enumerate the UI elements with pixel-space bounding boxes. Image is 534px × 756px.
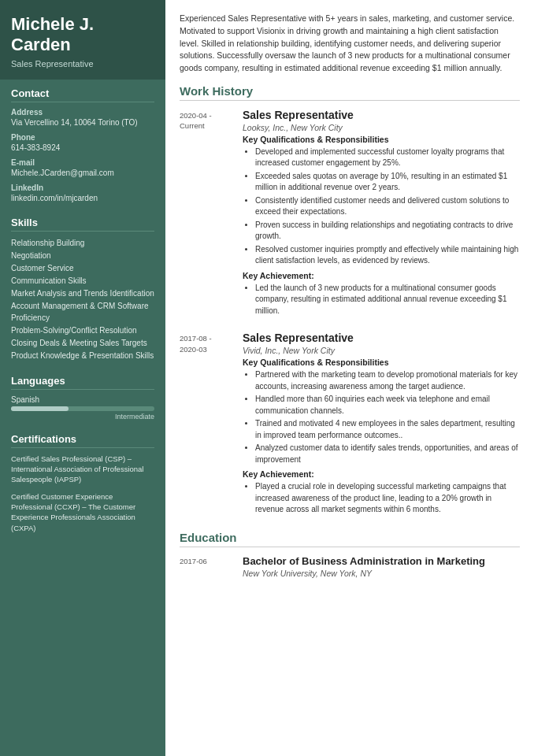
job-1-bullet-3: Consistently identified customer needs a… (255, 195, 520, 218)
job-1-date-end: Current (180, 121, 205, 130)
skill-item: Product Knowledge & Presentation Skills (11, 350, 154, 361)
contact-section-title: Contact (11, 87, 154, 102)
job-2-bullet-3: Trained and motivated 4 new employees in… (255, 418, 520, 441)
job-1-bullet-2: Exceeded sales quotas on average by 10%,… (255, 171, 520, 194)
edu-1-degree: Bachelor of Business Administration in M… (243, 555, 520, 567)
job-1-qualif-label: Key Qualifications & Responsibilities (243, 135, 520, 144)
job-1-bullet-4: Proven success in building relationships… (255, 220, 520, 243)
job-1-bullet-5: Resolved customer inquiries promptly and… (255, 244, 520, 267)
job-1-dates: 2020-04 - Current (180, 109, 243, 321)
job-1-company: Looksy, Inc., New York City (243, 123, 520, 132)
job-2-achievement: Played a crucial role in developing succ… (255, 481, 520, 516)
summary-text: Experienced Sales Representative with 5+… (180, 13, 520, 75)
skill-item: Market Analysis and Trends Identificatio… (11, 287, 154, 299)
contact-section: Contact Address Via Vercellino 14, 10064… (0, 80, 165, 209)
skill-item: Negotiation (11, 250, 154, 261)
job-1-title: Sales Representative (243, 109, 520, 121)
skill-item: Relationship Building (11, 237, 154, 249)
job-1-bullets: Developed and implemented successful cus… (243, 146, 520, 267)
edu-1-content: Bachelor of Business Administration in M… (243, 555, 520, 578)
skill-item: Problem-Solving/Conflict Resolution (11, 324, 154, 336)
languages-section: Languages Spanish Intermediate (0, 367, 165, 425)
job-2-qualif-label: Key Qualifications & Responsibilities (243, 358, 520, 367)
job-2-achievement-label: Key Achievement: (243, 469, 520, 479)
sidebar-header: Michele J. Carden Sales Representative (0, 0, 165, 80)
phone-label: Phone (11, 133, 154, 142)
work-history-title: Work History (180, 84, 520, 101)
address-value: Via Vercellino 14, 10064 Torino (TO) (11, 117, 154, 128)
address-label: Address (11, 108, 154, 117)
job-2-content: Sales Representative Vivid, Inc., New Yo… (243, 332, 520, 520)
candidate-name: Michele J. Carden (11, 14, 154, 56)
skill-item: Communication Skills (11, 275, 154, 287)
certifications-section-title: Certifications (11, 433, 154, 448)
job-2-bullet-2: Handled more than 60 inquiries each week… (255, 394, 520, 417)
job-block-1: 2020-04 - Current Sales Representative L… (180, 109, 520, 321)
job-2-bullet-4: Analyzed customer data to identify sales… (255, 443, 520, 465)
main-content: Experienced Sales Representative with 5+… (165, 0, 534, 756)
job-1-content: Sales Representative Looksy, Inc., New Y… (243, 109, 520, 321)
education-title: Education (180, 531, 520, 547)
name-line1: Michele J. (11, 14, 94, 34)
email-value: Michele.JCarden@gmail.com (11, 168, 154, 179)
job-2-title: Sales Representative (243, 332, 520, 344)
education-block-1: 2017-06 Bachelor of Business Administrat… (180, 555, 520, 578)
skill-item: Account Management & CRM Software Profic… (11, 300, 154, 324)
job-2-dates: 2017-08 - 2020-03 (180, 332, 243, 520)
job-2-date-end: 2020-03 (180, 345, 207, 354)
skills-section-title: Skills (11, 217, 154, 232)
language-bar-background (11, 406, 154, 411)
job-2-bullets: Partnered with the marketing team to dev… (243, 369, 520, 465)
skills-section: Skills Relationship Building Negotiation… (0, 209, 165, 367)
email-label: E-mail (11, 158, 154, 167)
linkedin-label: LinkedIn (11, 183, 154, 192)
linkedin-value: linkedin.com/in/mjcarden (11, 193, 154, 204)
job-block-2: 2017-08 - 2020-03 Sales Representative V… (180, 332, 520, 520)
phone-value: 614-383-8924 (11, 143, 154, 154)
sidebar: Michele J. Carden Sales Representative C… (0, 0, 165, 756)
cert-item-2: Certified Customer Experience Profession… (11, 491, 154, 533)
edu-1-date: 2017-06 (180, 555, 243, 578)
name-line2: Carden (11, 35, 71, 54)
language-bar-fill (11, 406, 69, 411)
candidate-title: Sales Representative (11, 59, 154, 69)
language-level: Intermediate (11, 413, 154, 421)
job-2-achievement-list: Played a crucial role in developing succ… (243, 481, 520, 516)
cert-item-1: Certified Sales Professional (CSP) – Int… (11, 454, 154, 485)
job-2-bullet-1: Partnered with the marketing team to dev… (255, 369, 520, 392)
job-1-date-start: 2020-04 - (180, 111, 212, 120)
edu-1-school: New York University, New York, NY (243, 569, 520, 578)
job-1-bullet-1: Developed and implemented successful cus… (255, 146, 520, 169)
skill-item: Customer Service (11, 262, 154, 274)
certifications-section: Certifications Certified Sales Professio… (0, 425, 165, 544)
job-1-achievement-label: Key Achievement: (243, 271, 520, 280)
job-2-date-start: 2017-08 - (180, 334, 212, 343)
language-name: Spanish (11, 395, 154, 404)
skill-item: Closing Deals & Meeting Sales Targets (11, 337, 154, 349)
job-1-achievement-list: Led the launch of 3 new products for a m… (243, 283, 520, 317)
languages-section-title: Languages (11, 375, 154, 390)
job-2-company: Vivid, Inc., New York City (243, 346, 520, 355)
job-1-achievement: Led the launch of 3 new products for a m… (255, 283, 520, 317)
